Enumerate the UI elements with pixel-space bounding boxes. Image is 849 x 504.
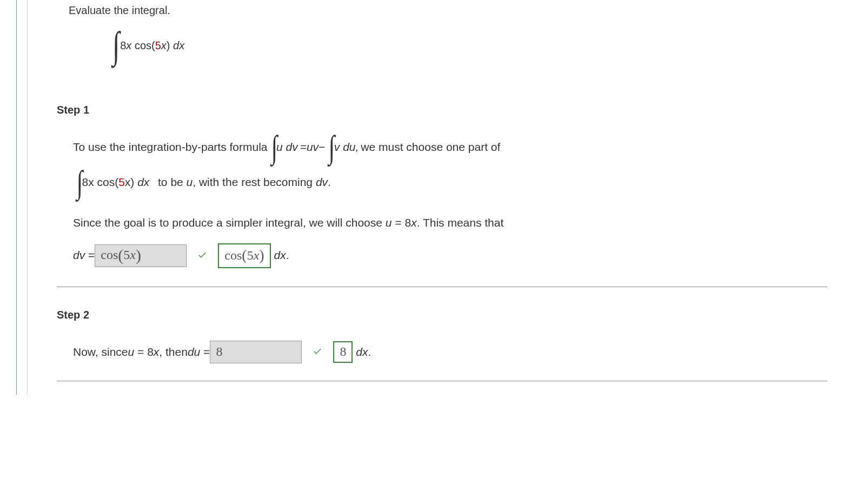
step-1-answer-row: dv = cos(5x) cos (5x) dx. [73, 241, 827, 270]
question-prompt: Evaluate the integral. [69, 4, 827, 17]
step-2-heading: Step 2 [57, 309, 827, 321]
step-2-u-eq: u = 8x [128, 337, 160, 367]
step-2-answer-input[interactable]: 8 [210, 341, 302, 363]
dv-label: dv = [73, 241, 95, 270]
ibp-uv: uv [307, 132, 319, 162]
integral-sign-icon: ∫ [112, 30, 120, 61]
step-1-text-a: To use the integration-by-parts formula [73, 132, 268, 162]
integral-sign-icon: ∫ [329, 137, 335, 157]
ibp-lhs-integral: ∫ u dv [270, 132, 298, 162]
integral-sign-icon: ∫ [271, 137, 277, 157]
step-1-para-2: Since the goal is to produce a simpler i… [73, 210, 827, 235]
step-2-divider [57, 381, 827, 381]
step-2-text-a: Now, since [73, 337, 128, 367]
left-margin-border-outer [16, 0, 17, 395]
step-2-dx-tail: dx. [353, 337, 371, 367]
step-1-answer-confirmed: cos (5x) [218, 243, 270, 268]
step-2-text-b: , then [159, 337, 188, 367]
step-1-dx-tail: dx. [271, 241, 289, 270]
step-1-u-choice: u = 8x [386, 216, 417, 229]
step-1-line-1: To use the integration-by-parts formula … [73, 132, 827, 162]
main-integral-expression: ∫ 8x cos(5x) dx [111, 30, 184, 61]
step-1-line-2-tail: to be u, with the rest becoming dv. [151, 168, 331, 197]
du-label: du = [188, 337, 210, 367]
step-1-text-b: we must choose one part of [361, 132, 500, 162]
ibp-u-dv: u dv [276, 132, 298, 162]
step-1-answer-input[interactable]: cos(5x) [95, 244, 187, 267]
page-container: Evaluate the integral. ∫ 8x cos(5x) dx S… [0, 0, 849, 381]
check-icon [311, 346, 323, 358]
ibp-equals: = [300, 132, 307, 162]
check-icon [196, 250, 208, 262]
step-1-para2-b: . This means that [417, 216, 504, 229]
integral-sign-icon: ∫ [76, 173, 83, 192]
ibp-v-du: v du, [334, 132, 359, 162]
step-2-line: Now, since u = 8x , then du = 8 8 dx. [73, 337, 827, 367]
step-1-heading: Step 1 [57, 104, 827, 116]
step-1-integral-repeat: ∫ 8x cos(5x) dx [75, 168, 149, 197]
left-margin-border-inner [27, 0, 28, 395]
ibp-minus: − [319, 132, 325, 162]
step-1-divider [57, 287, 827, 287]
integrand-text: 8x cos(5x) dx [120, 39, 184, 52]
step-2-body: Now, since u = 8x , then du = 8 8 dx. [73, 337, 827, 367]
step-1-para2-a: Since the goal is to produce a simpler i… [73, 216, 386, 229]
ibp-rhs-integral: ∫ v du, [327, 132, 359, 162]
step-1-line-2: ∫ 8x cos(5x) dx to be u, with the rest b… [73, 168, 827, 197]
step-2-answer-confirmed: 8 [333, 341, 353, 363]
step-1-body: To use the integration-by-parts formula … [73, 132, 827, 270]
step-1-integrand: 8x cos(5x) dx [82, 168, 149, 197]
content-area: Evaluate the integral. ∫ 8x cos(5x) dx S… [57, 0, 849, 381]
